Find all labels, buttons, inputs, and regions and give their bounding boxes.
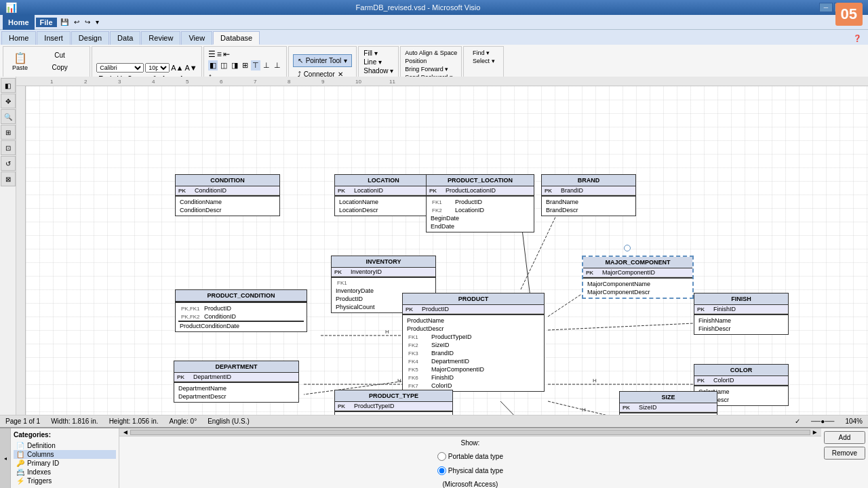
svg-text:1: 1: [50, 79, 54, 85]
physical-data-type-radio[interactable]: Physical data type: [437, 466, 503, 475]
cat-primary-id[interactable]: 🔑 Primary ID: [14, 459, 116, 468]
align-left-btn[interactable]: ◧: [208, 60, 218, 70]
brand-header: BRAND: [542, 175, 635, 186]
position-btn[interactable]: Position: [405, 58, 427, 64]
auto-align-btn[interactable]: Auto Align & Space: [405, 49, 457, 56]
cat-columns[interactable]: 📋 Columns: [14, 450, 116, 459]
cat-triggers[interactable]: ⚡ Triggers: [14, 476, 116, 485]
color-pk: PK ColorID: [694, 376, 788, 385]
canvas[interactable]: H H H H H: [26, 86, 868, 427]
pointer-icon: ↖: [298, 57, 303, 64]
svg-text:11: 11: [389, 79, 395, 85]
page-info: Page 1 of 1: [5, 418, 40, 425]
cat-primary-id-icon: 🔑: [16, 460, 24, 467]
minimize-btn[interactable]: ─: [819, 3, 833, 12]
svg-text:6: 6: [220, 79, 223, 85]
tab-review[interactable]: Review: [141, 31, 180, 45]
copy-btn[interactable]: Copy: [34, 62, 85, 73]
portable-radio-input[interactable]: [437, 452, 446, 461]
department-table[interactable]: DEPARTMENT PK DepartmentID DepartmentNam…: [174, 361, 299, 403]
cut-btn[interactable]: Cut: [34, 49, 85, 61]
major-component-header: MAJOR_COMPONENT: [583, 257, 692, 268]
align-center-btn[interactable]: ◫: [219, 60, 229, 70]
product-table[interactable]: PRODUCT PK ProductID ProductName Product…: [402, 293, 545, 392]
physical-radio-input[interactable]: [437, 466, 446, 475]
major-component-table[interactable]: MAJOR_COMPONENT PK MajorComponentID Majo…: [582, 256, 694, 299]
file-menu-btn[interactable]: Home: [3, 15, 35, 30]
cat-indexes[interactable]: 📇 Indexes: [14, 468, 116, 476]
fill-btn[interactable]: Fill ▾: [363, 49, 378, 57]
inventory-pk: PK InventoryID: [332, 268, 435, 277]
font-shrink-btn[interactable]: A▼: [184, 64, 197, 72]
condition-fields: ConditionName ConditionDescr: [176, 197, 279, 216]
find-btn[interactable]: Find ▾: [473, 49, 495, 56]
redo-qat-btn[interactable]: ↪: [83, 18, 92, 26]
finish-header: FINISH: [694, 293, 788, 305]
tab-view[interactable]: View: [181, 31, 212, 45]
cat-definition[interactable]: 📄 Definition: [14, 441, 116, 450]
bullets-btn[interactable]: ☰: [208, 49, 216, 59]
font-size-select[interactable]: 10pt.: [145, 63, 170, 73]
indent-less-btn[interactable]: ⇤: [223, 49, 230, 59]
line-btn[interactable]: Line ▾: [363, 58, 382, 66]
tab-home[interactable]: Home: [1, 31, 36, 45]
show-label: Show:: [460, 439, 479, 447]
scroll-track[interactable]: [130, 430, 810, 435]
undo-qat-btn[interactable]: ↩: [72, 18, 81, 26]
brand-table[interactable]: BRAND PK BrandID BrandName BrandDescr: [541, 174, 636, 216]
svg-text:10: 10: [355, 79, 361, 85]
zoom-level: 104%: [845, 418, 863, 425]
condition-table-header: CONDITION: [176, 175, 279, 186]
add-btn[interactable]: Add: [824, 431, 865, 444]
major-component-handle[interactable]: [624, 245, 631, 251]
top-ruler: 1 2 3 4 5 6 7 8 9 10 11: [16, 77, 868, 86]
product-pk: PK ProductID: [403, 305, 544, 314]
finish-table[interactable]: FINISH PK FinishID FinishName FinishDesc…: [694, 293, 789, 335]
sidebar-snap-btn[interactable]: ⊡: [1, 140, 16, 155]
save-qat-btn[interactable]: 💾: [58, 18, 71, 26]
horizontal-scrollbar[interactable]: ◄ ►: [119, 428, 821, 436]
select-btn[interactable]: Select ▾: [473, 58, 495, 64]
product-location-fields: FK1ProductID FK2LocationID BeginDate End…: [427, 197, 534, 232]
font-grow-btn[interactable]: A▲: [171, 64, 183, 72]
valign-top-btn[interactable]: ⊤: [251, 60, 260, 70]
numbering-btn[interactable]: ≡: [217, 49, 222, 59]
zoom-slider[interactable]: ──●──: [811, 418, 834, 425]
help-icon[interactable]: ❓: [853, 35, 861, 42]
sidebar-rotate-btn[interactable]: ↺: [1, 156, 16, 171]
inventory-header: INVENTORY: [332, 256, 435, 268]
bring-forward-btn[interactable]: Bring Forward ▾: [405, 66, 448, 73]
align-justify-btn[interactable]: ⊞: [241, 60, 250, 70]
pointer-tool-btn[interactable]: ↖ Pointer Tool ▾: [293, 54, 353, 67]
product-condition-table[interactable]: PRODUCT_CONDITION PK,FK1ProductID PK,FK2…: [175, 289, 307, 332]
tab-database[interactable]: Database: [213, 31, 260, 45]
sidebar-search-btn[interactable]: 🔍: [1, 109, 16, 124]
valign-mid-btn[interactable]: ⊥: [262, 60, 271, 70]
align-right-btn[interactable]: ◨: [230, 60, 239, 70]
cat-columns-icon: 📋: [16, 451, 24, 458]
more-qat-btn[interactable]: ▾: [94, 18, 101, 26]
location-pk-row: PK LocationID: [335, 186, 432, 195]
sidebar-connect-btn[interactable]: ⊞: [1, 125, 16, 140]
condition-table[interactable]: CONDITION PK ConditionID ConditionName C…: [175, 174, 280, 216]
font-face-select[interactable]: Calibri: [96, 63, 144, 73]
location-table[interactable]: LOCATION PK LocationID LocationName Loca…: [334, 174, 433, 216]
sidebar-toggle-btn[interactable]: ◂: [0, 428, 11, 488]
paste-btn[interactable]: 📋 Paste: [7, 49, 33, 75]
sidebar-crop-btn[interactable]: ⊠: [1, 171, 16, 186]
cat-indexes-icon: 📇: [16, 468, 24, 476]
product-location-table[interactable]: PRODUCT_LOCATION PK ProductLocationID FK…: [426, 174, 534, 232]
scroll-left-btn[interactable]: ◄: [122, 428, 129, 436]
remove-btn[interactable]: Remove: [824, 447, 865, 460]
tab-data[interactable]: Data: [110, 31, 140, 45]
file-button-label[interactable]: File: [36, 18, 57, 27]
scroll-right-btn[interactable]: ►: [812, 428, 818, 436]
tab-insert[interactable]: Insert: [37, 31, 71, 45]
valign-bot-btn[interactable]: ⊥: [273, 60, 282, 70]
shadow-btn[interactable]: Shadow ▾: [363, 67, 393, 75]
sidebar-pan-btn[interactable]: ✥: [1, 94, 16, 108]
sidebar-shapes-btn[interactable]: ◧: [1, 78, 16, 93]
portable-data-type-radio[interactable]: Portable data type: [437, 452, 503, 461]
svg-text:H: H: [385, 329, 389, 335]
tab-design[interactable]: Design: [71, 31, 109, 45]
